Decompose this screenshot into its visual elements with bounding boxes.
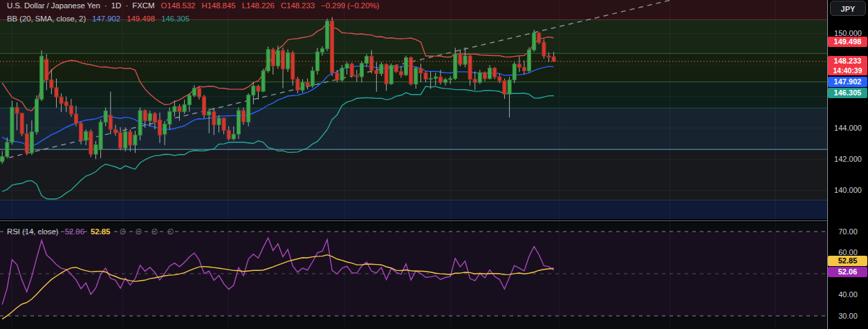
price-label-144: 144.000: [828, 123, 868, 133]
candle-up: [6, 142, 9, 157]
exchange-label[interactable]: FXCM: [132, 1, 154, 10]
candle-down: [257, 86, 260, 92]
candle-up: [321, 48, 324, 52]
candle-down: [143, 111, 147, 121]
rsi-legend[interactable]: RSI (14, close) 52.06 52.85 ∅ ∅ ∅ ∅: [7, 227, 174, 236]
bb-basis-value: 147.902: [92, 15, 120, 23]
candle-down: [537, 33, 541, 42]
bb-lower-price-badge: 146.305: [828, 88, 867, 98]
candle-down: [483, 73, 487, 79]
candle-up: [84, 131, 88, 140]
candle-down: [25, 133, 28, 153]
candle-up: [148, 113, 151, 120]
candle-up: [434, 77, 437, 78]
symbol-title[interactable]: U.S. Dollar / Japanese Yen: [7, 1, 100, 10]
pane-gap: [0, 220, 868, 221]
price-zone-1: [0, 20, 827, 54]
candle-up: [99, 122, 102, 150]
candle-up: [237, 111, 241, 134]
candle-down: [271, 50, 275, 66]
candle-down: [468, 56, 472, 79]
ohlc-open: O148.532: [161, 1, 196, 10]
candle-down: [15, 107, 19, 113]
price-zone-3: [0, 82, 827, 109]
candle-up: [232, 134, 235, 139]
candle-up: [345, 64, 349, 68]
candle-down: [222, 118, 225, 131]
candle-down: [129, 132, 132, 145]
candle-down: [424, 73, 427, 79]
candle-up: [187, 95, 191, 104]
candle-up: [168, 112, 172, 124]
rsi-ma-badge: 52.85: [828, 256, 867, 266]
price-label-140: 140.000: [828, 185, 868, 196]
candle-down: [335, 73, 339, 80]
candle-up: [405, 58, 408, 75]
candle-down: [438, 77, 442, 82]
price-zone-5: [0, 150, 827, 200]
candle-up: [173, 106, 176, 112]
candle-down: [69, 106, 73, 114]
rsi-title[interactable]: RSI (14, close): [7, 227, 59, 236]
candle-up: [315, 52, 319, 70]
candle-up: [429, 79, 432, 79]
candle-down: [493, 68, 497, 77]
bb-lower-value: 146.305: [161, 15, 190, 23]
trading-chart-app: U.S. Dollar / Japanese Yen · 1D · FXCM O…: [0, 0, 868, 329]
candle-up: [449, 79, 452, 79]
candle-up: [183, 104, 186, 111]
bb-upper-value: 149.498: [127, 15, 155, 23]
candle-down: [80, 124, 83, 140]
candle-down: [498, 77, 501, 81]
currency-toggle-button[interactable]: JPY: [830, 1, 866, 16]
candle-down: [517, 64, 521, 68]
candle-up: [138, 111, 142, 135]
candle-up: [207, 111, 211, 115]
change-value: −0.299 (−0.20%): [321, 1, 379, 10]
countdown-timer: 14:40:39: [828, 66, 867, 75]
bb-legend[interactable]: BB (20, SMA, close, 2) 147.902 149.498 1…: [7, 15, 190, 23]
candle-up: [365, 57, 369, 64]
interval-label[interactable]: 1D: [111, 1, 122, 10]
candle-down: [375, 70, 378, 73]
candle-down: [50, 80, 53, 88]
candle-down: [89, 131, 93, 154]
chart-canvas[interactable]: [0, 0, 868, 329]
candle-up: [286, 53, 290, 68]
candle-down: [109, 115, 112, 129]
candle-up: [217, 118, 221, 125]
rsi-label-70: 70.00: [828, 227, 868, 237]
candle-down: [552, 57, 555, 62]
bb-title[interactable]: BB (20, SMA, close, 2): [7, 15, 86, 23]
price-axis-background: [827, 0, 868, 329]
candle-down: [153, 113, 156, 122]
candle-up: [360, 64, 364, 77]
symbol-legend[interactable]: U.S. Dollar / Japanese Yen · 1D · FXCM O…: [7, 1, 379, 10]
rsi-badge: 52.06: [828, 267, 867, 277]
ohlc-close: C148.233: [281, 1, 315, 10]
candle-up: [444, 79, 447, 82]
candle-up: [533, 33, 536, 50]
bb-upper-price-badge: 149.498: [828, 37, 867, 47]
candle-down: [350, 64, 353, 76]
candle-up: [508, 80, 511, 94]
candle-down: [203, 97, 206, 115]
candle-down: [522, 67, 526, 70]
ohlc-high: H148.845: [201, 1, 235, 10]
candle-up: [266, 50, 270, 71]
candle-down: [542, 42, 546, 56]
candle-up: [389, 66, 393, 84]
candle-up: [252, 86, 255, 95]
candle-up: [192, 88, 196, 95]
candle-up: [301, 82, 304, 90]
candle-up: [133, 135, 137, 145]
candle-down: [178, 106, 181, 112]
last-price-value: 148.233: [828, 56, 867, 66]
candle-down: [306, 82, 309, 86]
candle-up: [463, 56, 467, 64]
candle-up: [454, 54, 457, 78]
candle-down: [473, 79, 477, 83]
candle-down: [355, 75, 358, 77]
candle-up: [513, 64, 516, 80]
candle-up: [10, 107, 14, 142]
